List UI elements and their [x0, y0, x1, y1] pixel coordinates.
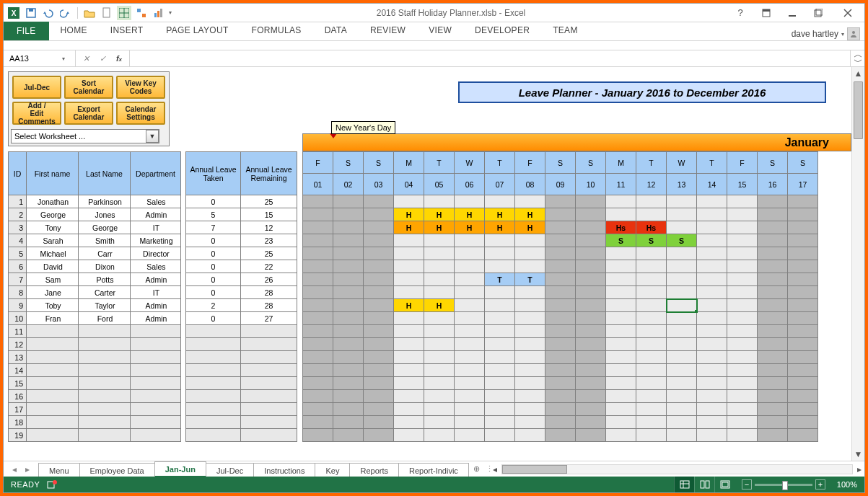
cal-cell[interactable] [576, 325, 606, 338]
cal-cell[interactable] [333, 286, 364, 299]
cal-cell[interactable] [606, 403, 636, 416]
cal-cell[interactable] [758, 234, 788, 247]
cal-cell[interactable] [667, 260, 697, 273]
cal-cell[interactable] [667, 247, 697, 260]
cal-cell[interactable] [758, 286, 788, 299]
page-break-view-icon[interactable] [714, 477, 735, 492]
cal-cell[interactable] [606, 325, 636, 338]
cal-cell[interactable] [758, 416, 788, 429]
cal-cell[interactable] [333, 221, 364, 234]
cal-cell[interactable] [333, 247, 364, 260]
sheet-tab-jul-dec[interactable]: Jul-Dec [206, 463, 254, 477]
cal-cell[interactable]: H [515, 221, 545, 234]
cal-cell[interactable] [455, 234, 485, 247]
cal-cell[interactable] [758, 403, 788, 416]
cal-cell[interactable] [788, 351, 818, 364]
staff-row[interactable]: 2GeorgeJonesAdmin [9, 208, 181, 221]
cal-cell[interactable] [394, 416, 424, 429]
cal-cell[interactable] [545, 364, 576, 377]
account-name[interactable]: dave hartley▾ [792, 27, 864, 40]
cal-cell[interactable] [303, 195, 333, 208]
cal-cell[interactable] [424, 195, 455, 208]
staff-row-empty[interactable]: 19 [9, 429, 181, 442]
scroll-thumb[interactable] [854, 81, 863, 139]
cal-cell[interactable] [455, 403, 485, 416]
cal-row[interactable]: HHHHH [303, 208, 818, 221]
cal-cell[interactable] [697, 195, 727, 208]
cal-cell[interactable] [576, 390, 606, 403]
scroll-left-icon[interactable]: ◂ [493, 464, 497, 474]
leave-row-empty[interactable] [186, 390, 297, 403]
cal-cell[interactable] [424, 325, 455, 338]
cal-cell[interactable] [636, 208, 667, 221]
cal-cell[interactable] [515, 195, 545, 208]
leave-row[interactable]: 025 [186, 247, 297, 260]
cal-cell[interactable] [788, 377, 818, 390]
cal-cell[interactable] [424, 364, 455, 377]
cal-cell[interactable] [424, 351, 455, 364]
cal-cell[interactable] [697, 273, 727, 286]
cal-cell[interactable] [758, 325, 788, 338]
cal-cell[interactable] [667, 416, 697, 429]
cal-cell[interactable] [576, 195, 606, 208]
cal-cell[interactable] [485, 416, 515, 429]
expand-formula-icon[interactable] [850, 50, 864, 66]
cal-cell[interactable] [606, 299, 636, 312]
cal-cell[interactable] [697, 247, 727, 260]
cal-cell[interactable] [364, 338, 394, 351]
cal-cell[interactable] [727, 364, 758, 377]
leave-row[interactable]: 712 [186, 221, 297, 234]
cal-cell[interactable] [758, 377, 788, 390]
cal-cell[interactable] [727, 273, 758, 286]
leave-row-empty[interactable] [186, 416, 297, 429]
cal-cell[interactable] [606, 390, 636, 403]
staff-row-empty[interactable]: 17 [9, 403, 181, 416]
cal-cell[interactable] [758, 221, 788, 234]
cal-cell[interactable] [636, 247, 667, 260]
cal-cell[interactable] [303, 247, 333, 260]
new-sheet-icon[interactable]: ⊕ [468, 464, 486, 474]
cal-cell[interactable]: H [394, 208, 424, 221]
cal-cell[interactable] [576, 429, 606, 442]
cal-cell[interactable] [727, 416, 758, 429]
cal-cell[interactable] [303, 351, 333, 364]
cal-row[interactable] [303, 260, 818, 273]
cal-cell[interactable] [515, 403, 545, 416]
cal-cell[interactable] [485, 260, 515, 273]
cal-cell[interactable] [576, 338, 606, 351]
leave-row-empty[interactable] [186, 338, 297, 351]
cal-cell[interactable] [545, 338, 576, 351]
cal-cell[interactable] [727, 234, 758, 247]
cal-cell[interactable] [667, 429, 697, 442]
cal-cell[interactable] [697, 377, 727, 390]
cal-cell[interactable] [606, 286, 636, 299]
cal-cell[interactable] [455, 299, 485, 312]
cal-row[interactable] [303, 286, 818, 299]
cal-row-empty[interactable] [303, 351, 818, 364]
cal-cell[interactable] [333, 416, 364, 429]
cal-cell[interactable] [727, 325, 758, 338]
leave-row[interactable]: 026 [186, 273, 297, 286]
cal-cell[interactable] [333, 364, 364, 377]
cal-cell[interactable] [303, 299, 333, 312]
staff-row-empty[interactable]: 15 [9, 377, 181, 390]
sheet-tab-instructions[interactable]: Instructions [253, 463, 315, 477]
cal-row[interactable]: TT [303, 273, 818, 286]
cal-row-empty[interactable] [303, 325, 818, 338]
cal-cell[interactable] [485, 234, 515, 247]
staff-row[interactable]: 10FranFordAdmin [9, 312, 181, 325]
vertical-scrollbar[interactable]: ▲ ▼ [851, 67, 864, 461]
cal-cell[interactable] [636, 364, 667, 377]
cal-cell[interactable] [606, 364, 636, 377]
cal-cell[interactable] [455, 390, 485, 403]
cal-cell[interactable] [758, 312, 788, 325]
cal-cell[interactable] [394, 390, 424, 403]
staff-row[interactable]: 5MichaelCarrDirector [9, 247, 181, 260]
cal-cell[interactable] [303, 377, 333, 390]
cal-cell[interactable] [545, 221, 576, 234]
cal-cell[interactable] [788, 247, 818, 260]
table-icon[interactable] [117, 6, 131, 20]
scroll-up-icon[interactable]: ▲ [852, 67, 864, 80]
name-box-dropdown-icon[interactable]: ▾ [58, 56, 69, 62]
leave-row-empty[interactable] [186, 377, 297, 390]
